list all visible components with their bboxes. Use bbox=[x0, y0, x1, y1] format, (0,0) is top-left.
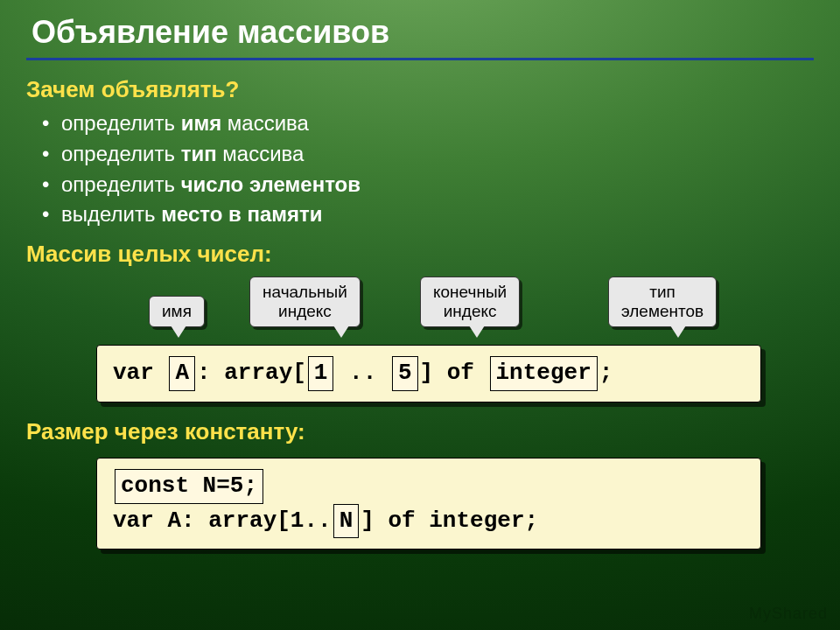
code-text: : array[ bbox=[197, 360, 306, 386]
callout-text: типэлементов bbox=[621, 283, 704, 320]
callout-tail bbox=[333, 326, 349, 338]
text-bold: место в памяти bbox=[161, 202, 322, 226]
list-item: определить число элементов bbox=[61, 170, 814, 200]
code-highlight-const: const N=5; bbox=[115, 469, 263, 504]
why-list: определить имя массива определить тип ма… bbox=[26, 108, 814, 230]
code-text: ] of integer; bbox=[360, 508, 538, 534]
text: массива bbox=[221, 111, 309, 135]
code-highlight-n: N bbox=[333, 504, 360, 539]
code-area-1: имя начальныйиндекс конечныйиндекс типэл… bbox=[96, 345, 761, 402]
callout-name: имя bbox=[149, 296, 205, 327]
code-text: ] of bbox=[420, 360, 488, 386]
text: выделить bbox=[61, 202, 161, 226]
code-highlight-type: integer bbox=[490, 356, 598, 391]
callout-tail bbox=[670, 326, 686, 338]
text-bold: имя bbox=[181, 111, 222, 135]
text: определить bbox=[61, 172, 181, 196]
list-item: определить имя массива bbox=[61, 108, 814, 139]
callout-tail bbox=[171, 326, 186, 338]
code-highlight-name: A bbox=[169, 356, 195, 391]
callout-end-index: конечныйиндекс bbox=[420, 276, 520, 327]
code-box-declaration: var A: array[1 .. 5] of integer; bbox=[96, 345, 761, 402]
callout-element-type: типэлементов bbox=[608, 276, 717, 327]
text-bold: тип bbox=[181, 142, 217, 165]
list-item: выделить место в памяти bbox=[61, 200, 814, 230]
int-array-heading: Массив целых чисел: bbox=[26, 241, 814, 268]
code-text: var bbox=[113, 360, 167, 386]
list-item: определить тип массива bbox=[61, 139, 814, 170]
callout-text: начальныйиндекс bbox=[262, 283, 347, 320]
text: определить bbox=[61, 111, 181, 135]
callout-text: конечныйиндекс bbox=[433, 283, 507, 320]
code-highlight-start: 1 bbox=[308, 356, 334, 391]
code-box-const: const N=5; var A: array[1..N] of integer… bbox=[96, 458, 761, 550]
const-heading: Размер через константу: bbox=[26, 418, 814, 445]
text: массива bbox=[217, 142, 304, 165]
text: определить bbox=[61, 142, 181, 165]
title-underline bbox=[26, 58, 814, 60]
callout-start-index: начальныйиндекс bbox=[249, 276, 360, 327]
code-area-2: const N=5; var A: array[1..N] of integer… bbox=[96, 458, 761, 550]
code-text: ; bbox=[599, 360, 613, 386]
callout-text: имя bbox=[162, 302, 192, 320]
code-text: .. bbox=[335, 360, 389, 386]
watermark: MyShared bbox=[749, 605, 828, 623]
code-text: var A: array[1.. bbox=[113, 508, 332, 534]
code-highlight-end: 5 bbox=[392, 356, 418, 391]
why-heading: Зачем объявлять? bbox=[26, 76, 814, 103]
slide-title: Объявление массивов bbox=[26, 0, 814, 51]
slide: Объявление массивов Зачем объявлять? опр… bbox=[0, 0, 840, 630]
text-bold: число элементов bbox=[181, 172, 360, 196]
callout-tail bbox=[469, 326, 485, 338]
